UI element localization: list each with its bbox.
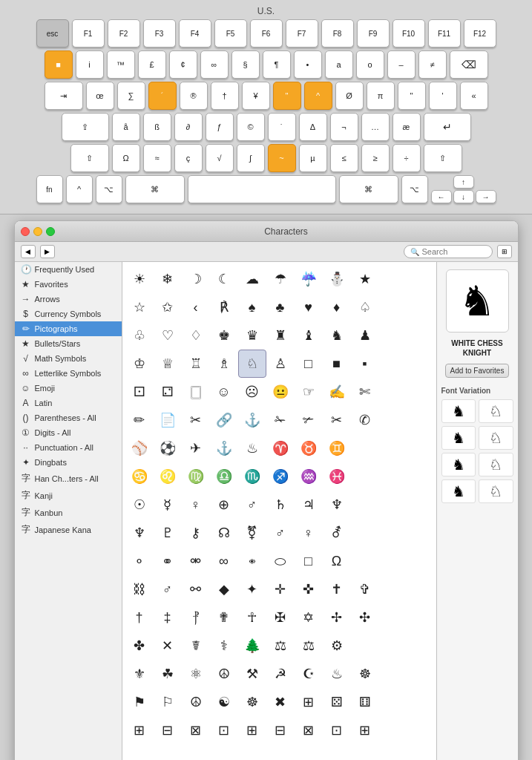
key-acute[interactable]: ´ bbox=[148, 82, 177, 110]
symbol-cross6[interactable]: ✠ bbox=[266, 603, 295, 632]
key-guillemet[interactable]: « bbox=[460, 82, 488, 110]
symbol-scissors2[interactable]: ✄ bbox=[351, 378, 379, 406]
key-dag[interactable]: † bbox=[211, 82, 239, 110]
symbol-gear[interactable]: ⚙ bbox=[323, 632, 351, 660]
symbol-fleur[interactable]: ⚜ bbox=[125, 660, 154, 688]
symbol-balance[interactable]: ⚖ bbox=[266, 632, 295, 660]
symbol-chess-queen-b[interactable]: ♛ bbox=[238, 321, 266, 350]
symbol-grid8[interactable]: ⊡ bbox=[323, 716, 351, 744]
key-oslash[interactable]: Ø bbox=[335, 82, 364, 110]
symbol-female2[interactable]: ♀ bbox=[295, 519, 323, 547]
key-backspace[interactable]: ⌫ bbox=[450, 50, 488, 79]
key-copy[interactable]: © bbox=[237, 113, 265, 141]
symbol-grid3[interactable]: ⊠ bbox=[182, 716, 210, 744]
sidebar-item-arrows[interactable]: → Arrows bbox=[15, 292, 122, 307]
symbol-double-cross[interactable]: ‡ bbox=[154, 603, 182, 632]
sidebar-item-bullets[interactable]: ★ Bullets/Stars bbox=[15, 336, 122, 351]
font-var-5[interactable]: ♞ bbox=[441, 453, 476, 476]
symbol-peace2[interactable]: ☮ bbox=[182, 688, 210, 716]
symbol-chess-rook-w[interactable]: ♖ bbox=[182, 350, 210, 378]
symbol-heart[interactable]: ♥ bbox=[295, 293, 323, 321]
key-notsign[interactable]: ¬ bbox=[330, 113, 358, 141]
key-tilde[interactable]: ~ bbox=[268, 144, 296, 172]
key-f7[interactable]: F7 bbox=[286, 19, 318, 48]
symbol-taurus[interactable]: ♉ bbox=[295, 434, 323, 462]
search-input[interactable] bbox=[422, 247, 482, 256]
key-sum[interactable]: ∑ bbox=[117, 82, 145, 110]
key-neq[interactable]: ≠ bbox=[418, 50, 447, 79]
symbol-diamond3[interactable]: ◆ bbox=[210, 575, 238, 603]
font-var-8[interactable]: ♘ bbox=[479, 479, 513, 503]
key-space[interactable] bbox=[188, 175, 336, 203]
key-arrow-down[interactable]: ↓ bbox=[453, 190, 474, 203]
symbol-mahjong[interactable]: 🀆 bbox=[182, 378, 210, 406]
key-rquote2[interactable]: ˙ bbox=[268, 113, 296, 141]
symbol-chain[interactable]: ⛓ bbox=[125, 575, 154, 603]
key-pilcrow[interactable]: ¶ bbox=[263, 50, 291, 79]
key-f2[interactable]: F2 bbox=[108, 19, 140, 48]
symbol-hand2[interactable]: ✍ bbox=[323, 378, 351, 406]
symbol-grid4[interactable]: ⊡ bbox=[210, 716, 238, 744]
sidebar-item-letterlike[interactable]: ∞ Letterlike Symbols bbox=[15, 366, 122, 381]
symbol-shamrock[interactable]: ☘ bbox=[154, 660, 182, 688]
key-cmd-right[interactable]: ⌘ bbox=[339, 175, 398, 203]
font-var-2[interactable]: ♘ bbox=[479, 399, 513, 423]
symbol-anchor2[interactable]: ⚓ bbox=[210, 434, 238, 462]
symbol-cancer[interactable]: ♋ bbox=[125, 462, 154, 491]
key-return[interactable]: ↵ bbox=[424, 113, 471, 141]
key-circ[interactable]: ^ bbox=[304, 82, 332, 110]
symbol-anchor[interactable]: ⚓ bbox=[238, 406, 266, 434]
sidebar-item-punctuation[interactable]: ·· Punctuation - All bbox=[15, 440, 122, 455]
sidebar-item-emoji[interactable]: ☺ Emoji bbox=[15, 381, 122, 396]
symbol-ring3[interactable]: ⚮ bbox=[182, 547, 210, 575]
symbol-plane[interactable]: ✈ bbox=[182, 434, 210, 462]
symbol-spade[interactable]: ♠ bbox=[238, 293, 266, 321]
symbol-sq3[interactable]: □ bbox=[295, 547, 323, 575]
symbol-grid2[interactable]: ⊟ bbox=[154, 716, 182, 744]
nav-back-button[interactable]: ◀ bbox=[21, 245, 36, 258]
symbol-soccer[interactable]: ⚽ bbox=[154, 434, 182, 462]
symbol-rev[interactable]: ℟ bbox=[210, 293, 238, 321]
symbol-dharma[interactable]: ☸ bbox=[238, 688, 266, 716]
symbol-female[interactable]: ♀ bbox=[182, 491, 210, 519]
symbol-leo[interactable]: ♌ bbox=[154, 462, 182, 491]
symbol-scissors4[interactable]: ✂ bbox=[323, 406, 351, 434]
symbol-jupiter[interactable]: ♃ bbox=[295, 491, 323, 519]
symbol-diamond[interactable]: ♦ bbox=[323, 293, 351, 321]
symbol-link[interactable]: 🔗 bbox=[210, 406, 238, 434]
symbol-pisces[interactable]: ♓ bbox=[323, 462, 351, 491]
symbol-chess-king-b[interactable]: ♚ bbox=[210, 321, 238, 350]
sidebar-item-pictographs[interactable]: ✏ Pictographs bbox=[15, 321, 122, 336]
key-omega[interactable]: Ω bbox=[112, 144, 140, 172]
symbol-earth[interactable]: ⊕ bbox=[210, 491, 238, 519]
symbol-flag-b[interactable]: ⚑ bbox=[125, 688, 154, 716]
symbol-snowflake[interactable]: ❄ bbox=[154, 265, 182, 293]
symbol-chess-king-w[interactable]: ♔ bbox=[125, 350, 154, 378]
symbol-fire[interactable]: ♨ bbox=[238, 434, 266, 462]
symbol-sad[interactable]: ☹ bbox=[238, 378, 266, 406]
symbol-square2[interactable]: ■ bbox=[323, 350, 351, 378]
symbol-lt[interactable]: ‹ bbox=[182, 293, 210, 321]
key-mu[interactable]: µ bbox=[299, 144, 327, 172]
symbol-chess-queen-w[interactable]: ♕ bbox=[154, 350, 182, 378]
key-special-1[interactable]: ■ bbox=[45, 50, 73, 79]
symbol-aries[interactable]: ♈ bbox=[266, 434, 295, 462]
key-f11[interactable]: F11 bbox=[428, 19, 461, 48]
key-cced[interactable]: ç bbox=[174, 144, 203, 172]
symbol-chess-bishop-b[interactable]: ♝ bbox=[295, 321, 323, 350]
symbol-inf2[interactable]: ⧞ bbox=[238, 547, 266, 575]
symbol-latin2[interactable]: ✤ bbox=[125, 632, 154, 660]
symbol-sickle[interactable]: ☭ bbox=[266, 660, 295, 688]
symbol-smiley[interactable]: ☺ bbox=[210, 378, 238, 406]
symbol-aqua[interactable]: ♒ bbox=[295, 462, 323, 491]
symbol-table[interactable]: ⊞ bbox=[295, 688, 323, 716]
key-arrow-right[interactable]: → bbox=[476, 190, 496, 203]
key-bullet[interactable]: • bbox=[294, 50, 322, 79]
symbol-libra[interactable]: ♎ bbox=[210, 462, 238, 491]
symbol-dot-sq[interactable]: ▪ bbox=[351, 350, 379, 378]
maximize-button[interactable] bbox=[46, 227, 55, 236]
key-arrow-up[interactable]: ↑ bbox=[453, 175, 474, 189]
symbol-star-outline2[interactable]: ✩ bbox=[154, 293, 182, 321]
key-approx[interactable]: ≈ bbox=[143, 144, 171, 172]
key-aring[interactable]: å bbox=[112, 113, 140, 141]
